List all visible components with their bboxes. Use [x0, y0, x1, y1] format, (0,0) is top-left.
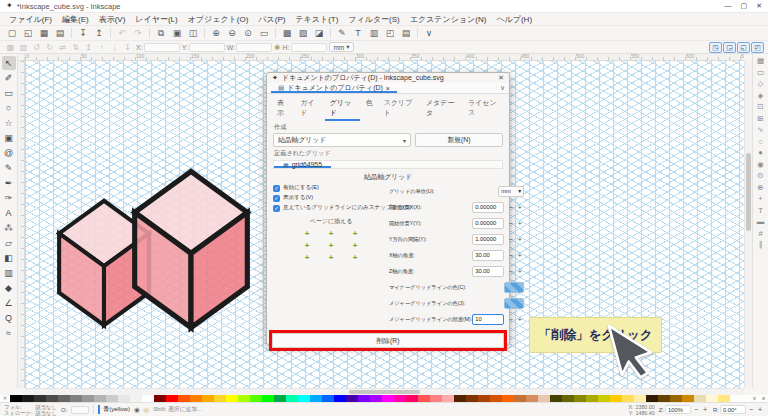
palette-swatch[interactable]	[82, 395, 94, 402]
fill-stroke-dialog-button[interactable]: ◪	[311, 27, 327, 40]
palette-swatch[interactable]	[478, 395, 490, 402]
palette-swatch[interactable]	[646, 395, 658, 402]
deselect-button[interactable]: ▧	[17, 43, 30, 52]
spin-buttons[interactable]: −+	[506, 234, 524, 245]
snap-node-smooth-toggle[interactable]: ◉	[757, 161, 764, 169]
palette-swatch[interactable]	[202, 395, 214, 402]
snap-text-baseline-toggle[interactable]: T	[758, 207, 763, 215]
page-anchor-bottom-center[interactable]	[324, 253, 338, 262]
spiral-tool[interactable]: @	[2, 146, 16, 160]
category-tab[interactable]: 色	[361, 96, 378, 121]
snap-grid-toggle[interactable]: #	[758, 230, 762, 238]
snap-object-center-toggle[interactable]: ⊕	[757, 184, 763, 192]
palette-swatch[interactable]	[106, 395, 118, 402]
palette-swatch[interactable]	[262, 395, 274, 402]
palette-swatch[interactable]	[430, 395, 442, 402]
checkbox[interactable]	[273, 185, 280, 192]
palette-swatch[interactable]	[94, 395, 106, 402]
palette-swatch[interactable]	[190, 395, 202, 402]
category-tab[interactable]: 表示	[272, 96, 294, 121]
pencil-tool[interactable]: ✎	[2, 161, 16, 175]
palette-swatch[interactable]	[334, 395, 346, 402]
zoom-increment-button[interactable]: +	[701, 406, 709, 413]
page-anchor-top-left[interactable]	[300, 229, 314, 238]
snap-node-cusp-toggle[interactable]: ●	[758, 149, 763, 157]
zoom-page-button[interactable]: ⊙	[240, 27, 256, 40]
new-grid-button[interactable]: 新規(N)	[415, 133, 503, 147]
zoom-in-button[interactable]: ⊕	[208, 27, 224, 40]
increment-button[interactable]: +	[515, 202, 524, 213]
palette-swatch[interactable]	[394, 395, 406, 402]
page-anchor-top-right[interactable]	[348, 229, 362, 238]
coordinate-field[interactable]	[144, 43, 180, 52]
palette-swatch[interactable]	[46, 395, 58, 402]
palette-swatch[interactable]	[598, 395, 610, 402]
setting-value-field[interactable]: 30.00	[472, 250, 504, 261]
palette-menu-icon[interactable]: ≡	[759, 395, 768, 402]
palette-swatch[interactable]	[178, 395, 190, 402]
fill-stroke-indicator[interactable]: フィル: 該当なし ストローク: 該当なし	[4, 404, 57, 416]
setting-value-field[interactable]: 1.00000	[472, 234, 504, 245]
menu-item[interactable]: オブジェクト(O)	[183, 14, 254, 25]
snap-bbox-corner-toggle[interactable]: ◈	[758, 92, 764, 100]
checkbox[interactable]	[273, 205, 280, 212]
palette-swatch[interactable]	[322, 395, 334, 402]
category-tab[interactable]: ライセンス	[463, 96, 504, 121]
page-anchor-middle-center[interactable]	[324, 241, 338, 250]
move-gradients-toggle[interactable]: ◱	[737, 42, 750, 53]
spin-buttons[interactable]: −+	[506, 250, 524, 261]
menu-item[interactable]: フィルター(S)	[343, 14, 404, 25]
palette-swatch[interactable]	[358, 395, 370, 402]
palette-swatch[interactable]	[238, 395, 250, 402]
zoom-drawing-button[interactable]: ▭	[256, 27, 272, 40]
box3d-tool[interactable]: ▣	[2, 131, 16, 145]
decrement-button[interactable]: −	[506, 202, 515, 213]
palette-swatch[interactable]	[310, 395, 322, 402]
new-document-button[interactable]: ▢	[4, 27, 20, 40]
zoom-out-button[interactable]: ⊖	[224, 27, 240, 40]
ellipse-tool[interactable]: ○	[2, 101, 16, 115]
ungroup-button[interactable]: ▧	[295, 27, 311, 40]
rectangle-tool[interactable]: ▭	[2, 86, 16, 100]
palette-swatch[interactable]	[274, 395, 286, 402]
dialog-close-button[interactable]: ✕	[498, 74, 504, 82]
document-properties-button[interactable]: ▤	[398, 27, 414, 40]
snap-path-intersection-toggle[interactable]: ○	[758, 138, 763, 146]
group-button[interactable]: ▩	[279, 27, 295, 40]
palette-swatch[interactable]	[250, 395, 262, 402]
zoom-decrement-button[interactable]: −	[692, 406, 700, 413]
layer-name[interactable]: 青(yellow)	[98, 405, 130, 414]
snap-toggle-button[interactable]: ∨	[421, 27, 437, 40]
palette-swatch[interactable]	[298, 395, 310, 402]
opacity-field[interactable]	[71, 406, 89, 414]
increment-button[interactable]: +	[515, 314, 524, 325]
spin-buttons[interactable]: −+	[506, 218, 524, 229]
snap-path-toggle[interactable]: ∿	[757, 126, 763, 134]
zoom-field[interactable]: 100%	[665, 405, 691, 414]
select-all-button[interactable]: ▩	[4, 43, 17, 52]
minimize-button[interactable]: —	[725, 2, 732, 10]
scrollbar-thumb[interactable]	[349, 390, 421, 394]
palette-scroll-icon[interactable]: ∨	[750, 395, 759, 402]
palette-swatch[interactable]	[454, 395, 466, 402]
spray-tool[interactable]: ⁂	[2, 221, 16, 235]
rotation-decrement-button[interactable]: −	[747, 406, 755, 413]
lock-ratio-icon[interactable]: ◉	[274, 43, 280, 51]
rotate-ccw-button[interactable]: ↺	[30, 43, 43, 52]
layer-visibility-eye-icon[interactable]: ◉	[134, 406, 140, 414]
snap-rotation-center-toggle[interactable]: +	[758, 195, 762, 203]
decrement-button[interactable]: −	[506, 218, 515, 229]
coordinate-field[interactable]	[189, 43, 225, 52]
palette-swatch[interactable]	[346, 395, 358, 402]
snap-enable-toggle[interactable]: ▦	[757, 57, 764, 65]
scale-stroke-toggle[interactable]: ◳	[709, 42, 722, 53]
maximize-button[interactable]: ▢	[741, 2, 748, 10]
copy-button[interactable]: ⧉	[153, 27, 169, 40]
scrollbar-thumb[interactable]	[746, 153, 751, 231]
setting-value-field[interactable]: 0.00000	[472, 218, 504, 229]
palette-swatch[interactable]	[58, 395, 70, 402]
grid-item-tab[interactable]: ▦ grid64955	[274, 161, 331, 168]
menu-item[interactable]: ヘルプ(H)	[491, 14, 537, 25]
palette-swatch[interactable]	[562, 395, 574, 402]
palette-swatch[interactable]	[442, 395, 454, 402]
